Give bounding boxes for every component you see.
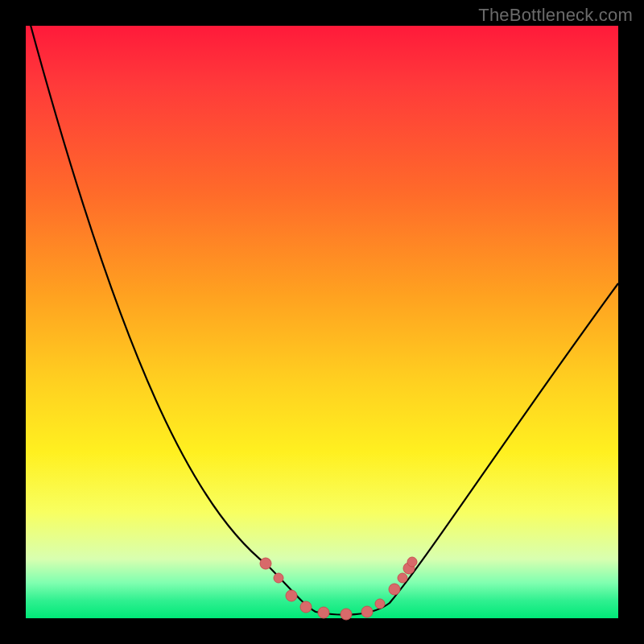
bottleneck-curve [29, 19, 618, 615]
outer-frame: TheBottleneck.com [0, 0, 644, 644]
valley-dot [274, 573, 283, 583]
valley-dot [260, 558, 271, 569]
valley-dot [318, 607, 329, 618]
valley-dot [341, 609, 352, 620]
valley-dots [260, 557, 417, 620]
valley-dot [361, 606, 373, 617]
watermark-text: TheBottleneck.com [478, 5, 633, 26]
valley-dot [300, 601, 312, 613]
valley-dot [375, 599, 385, 609]
valley-dot [389, 584, 400, 595]
chart-svg [26, 26, 618, 618]
valley-dot [407, 557, 417, 567]
valley-dot [398, 573, 407, 583]
valley-dot [286, 590, 297, 601]
